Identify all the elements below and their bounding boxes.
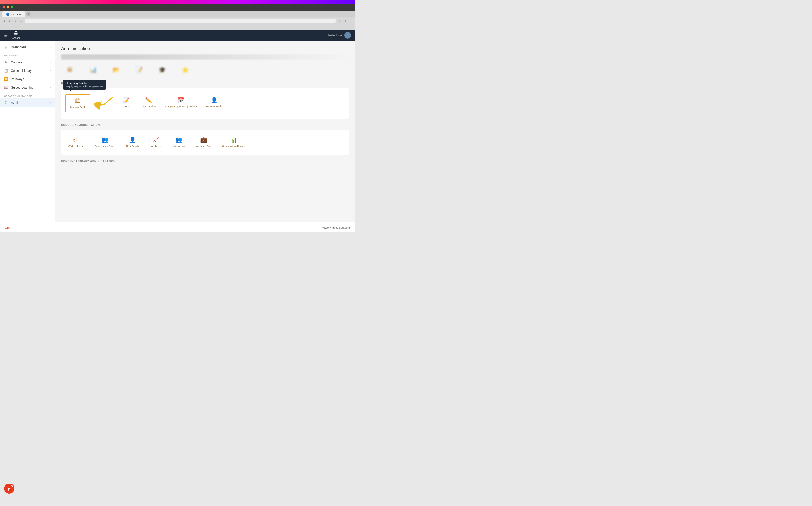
sidebar-item-courses-label: Courses xyxy=(11,61,22,64)
gradient-bar xyxy=(0,0,355,4)
forms-card[interactable]: 📝 Forms xyxy=(117,94,135,111)
course-builder-icon: ✏️ xyxy=(145,97,152,104)
builders-row: eLearning Builder Step by step wizard to… xyxy=(65,92,345,114)
footer-logo: guidde. xyxy=(5,225,11,230)
analytics-card[interactable]: 📈 Analytics xyxy=(147,134,165,151)
academy-plan-card[interactable]: 💼 Academy Plan xyxy=(193,134,214,151)
app-container: ⊞ Dashboard › PRODUCTS 🖥 Courses › 📋 Con… xyxy=(0,41,355,222)
user-name: Hello, User xyxy=(328,34,342,37)
bookmark-star[interactable]: ☆ xyxy=(338,19,342,23)
sidebar-item-content-library-label: Content Library xyxy=(11,69,32,73)
pathway-builder-card[interactable]: 👤 Pathway Builder xyxy=(203,94,226,111)
admin-chevron: › xyxy=(50,101,51,104)
admin-row: 🏷 White Labeling 👥 Deliverer and Roles 👤… xyxy=(61,130,349,155)
competency-transcript-card[interactable]: 📅 Competency Transcript Builder xyxy=(162,94,200,111)
product-card-1[interactable]: 🏛 xyxy=(61,64,79,78)
product-card-4[interactable]: 📝 xyxy=(130,64,148,78)
forms-label: Forms xyxy=(123,105,129,108)
url-input[interactable] xyxy=(24,19,336,23)
home-button[interactable]: ⌂ xyxy=(19,19,23,23)
logo-text: Censeo xyxy=(12,36,20,39)
pathway-builder-icon: 👤 xyxy=(211,97,218,104)
create-manage-section-label: CREATE AND MANAGE xyxy=(0,92,55,98)
dashboard-icon: ⊞ xyxy=(4,45,8,49)
elearning-icon: 🏛 xyxy=(75,98,80,104)
product-icon-6: ⭐ xyxy=(182,67,189,73)
menu-button[interactable]: ⋮ xyxy=(349,19,353,23)
white-labeling-card[interactable]: 🏷 White Labeling xyxy=(65,134,87,151)
sidebar-item-dashboard-label: Dashboard xyxy=(11,46,26,49)
deliverer-roles-icon: 👥 xyxy=(101,137,108,143)
course-admin-reports-icon: 📊 xyxy=(230,137,237,143)
competency-transcript-label: Competency Transcript Builder xyxy=(165,105,197,108)
active-tab[interactable]: 🔵 Censeo xyxy=(2,11,25,17)
footer: guidde. Made with guidde.com xyxy=(0,222,355,233)
forward-button[interactable]: ▶ xyxy=(8,19,12,23)
tooltip-arrow xyxy=(69,90,72,91)
white-labeling-icon: 🏷 xyxy=(73,137,79,143)
product-card-5[interactable]: 🎓 xyxy=(153,64,171,78)
maximize-dot[interactable] xyxy=(11,6,13,8)
courses-icon: 🖥 xyxy=(4,60,8,64)
pathways-icon: 🔀 xyxy=(4,77,8,81)
hamburger-icon[interactable]: ☰ xyxy=(4,33,8,38)
course-builder-card[interactable]: ✏️ Course Builder xyxy=(138,94,159,111)
sidebar: ⊞ Dashboard › PRODUCTS 🖥 Courses › 📋 Con… xyxy=(0,41,55,222)
logo-icon: 🏛 xyxy=(14,31,18,36)
main-content: Administration 🏛 📊 📂 📝 🎓 xyxy=(55,41,355,222)
content-library-icon: 📋 xyxy=(4,69,8,73)
tab-label: Censeo xyxy=(11,12,21,16)
sidebar-item-content-library[interactable]: 📋 Content Library › xyxy=(0,66,55,75)
sidebar-item-guided-learning-label: Guided Learning xyxy=(11,86,33,89)
admin-icon: ⚙ xyxy=(4,101,8,104)
deliverer-roles-card[interactable]: 👥 Deliverer and Roles xyxy=(92,134,118,151)
course-admin-section: COURSE ADMINISTRATION 🏷 White Labeling 👥… xyxy=(61,123,349,155)
product-card-2[interactable]: 📊 xyxy=(84,64,102,78)
course-admin-reports-card[interactable]: 📊 Course Admin Reports xyxy=(219,134,248,151)
builders-area: eLearning Builder Step by step wizard to… xyxy=(61,88,349,118)
refresh-button[interactable]: ↻ xyxy=(13,19,17,23)
user-details-card[interactable]: 👤 User Details xyxy=(123,134,142,151)
arrow-svg xyxy=(93,94,114,112)
product-card-3[interactable]: 📂 xyxy=(107,64,125,78)
tab-bar: 🔵 Censeo + xyxy=(0,11,355,17)
pathways-chevron: › xyxy=(50,78,51,80)
elearning-builder-wrapper: eLearning Builder Step by step wizard to… xyxy=(65,94,90,112)
builders-section: BUILDERS eLearning Builder Step by step … xyxy=(61,82,349,118)
bookmarks-bar xyxy=(0,24,355,30)
course-builder-label: Course Builder xyxy=(141,105,156,108)
tab-favicon: 🔵 xyxy=(6,12,10,16)
footer-tagline: Made with guidde.com xyxy=(322,226,350,229)
courses-chevron: › xyxy=(50,61,51,64)
sidebar-item-guided-learning[interactable]: 📖 Guided Learning › xyxy=(0,83,55,92)
pathway-builder-label: Pathway Builder xyxy=(206,105,223,108)
product-icon-2: 📊 xyxy=(90,67,97,73)
analytics-icon: 📈 xyxy=(152,137,159,143)
sidebar-item-pathways[interactable]: 🔀 Pathways › xyxy=(0,75,55,83)
user-admin-icon: 👥 xyxy=(175,137,182,143)
elearning-builder-card[interactable]: 🏛 eLearning Builder xyxy=(65,94,90,112)
guided-learning-chevron: › xyxy=(50,86,51,89)
sidebar-item-courses[interactable]: 🖥 Courses › xyxy=(0,58,55,66)
minimize-dot[interactable] xyxy=(7,6,9,8)
user-admin-label: User Admin xyxy=(173,145,185,148)
product-row: 🏛 📊 📂 📝 🎓 ⭐ xyxy=(61,64,349,78)
navbar-divider xyxy=(25,31,26,39)
product-card-6[interactable]: ⭐ xyxy=(176,64,194,78)
new-tab-button[interactable]: + xyxy=(26,12,31,16)
address-bar: ◀ ▶ ↻ ⌂ ☆ ⊕ ⋮ xyxy=(0,17,355,24)
extensions-icon[interactable]: ⊕ xyxy=(343,19,347,23)
elearning-label: eLearning Builder xyxy=(69,106,87,109)
sidebar-item-admin-label: Admin xyxy=(11,101,19,104)
builders-section-label: BUILDERS xyxy=(61,82,349,85)
top-navbar: ☰ 🏛 Censeo Hello, User xyxy=(0,30,355,41)
sidebar-item-admin[interactable]: ⚙ Admin › xyxy=(0,98,55,107)
close-dot[interactable] xyxy=(3,6,5,8)
dashboard-chevron: › xyxy=(50,46,51,49)
academy-plan-label: Academy Plan xyxy=(196,145,211,148)
browser-chrome xyxy=(0,4,355,11)
back-button[interactable]: ◀ xyxy=(2,19,6,23)
user-admin-card[interactable]: 👥 User Admin xyxy=(170,134,188,151)
product-icon-1: 🏛 xyxy=(67,67,73,73)
sidebar-item-dashboard[interactable]: ⊞ Dashboard › xyxy=(0,43,55,51)
